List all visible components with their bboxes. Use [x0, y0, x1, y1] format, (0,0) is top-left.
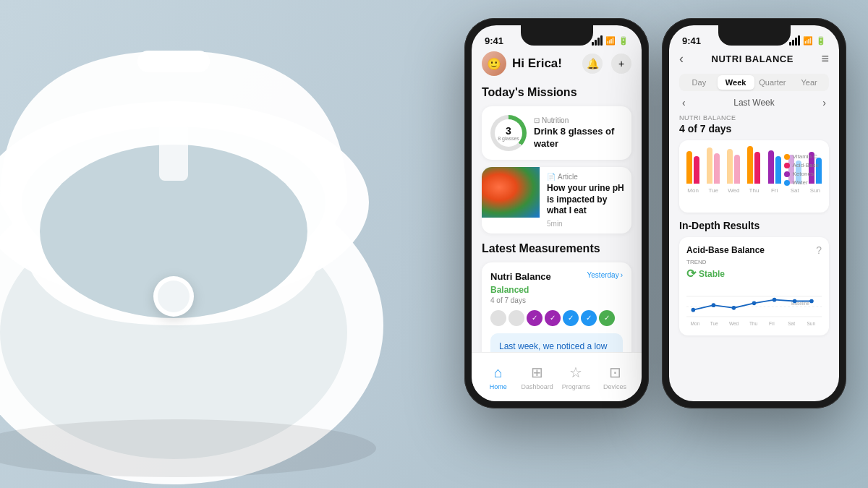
- day-sun: Sun: [810, 187, 820, 194]
- day-fri: Fri: [771, 187, 778, 194]
- home-header: 🙂 Hi Erica! 🔔 +: [482, 51, 631, 76]
- svg-text:Sun: Sun: [807, 321, 815, 326]
- signal-icon-2: [789, 35, 800, 46]
- article-time: 5min: [547, 220, 624, 228]
- article-card[interactable]: 📄 Article How your urine pH is impacted …: [482, 167, 631, 234]
- article-category: 📄 Article: [547, 173, 624, 181]
- svg-point-16: [692, 308, 696, 312]
- meas-days: 4 of 7 days: [490, 296, 623, 304]
- prev-week-button[interactable]: ‹: [682, 97, 686, 108]
- chart-col-fri: Fri: [767, 140, 783, 194]
- back-button[interactable]: ‹: [679, 51, 684, 67]
- meas-title: Nutri Balance: [490, 271, 551, 282]
- home-icon: ⌂: [494, 364, 503, 381]
- notch-1: [521, 25, 593, 46]
- tab-day[interactable]: Day: [681, 75, 718, 90]
- measurements-title: Latest Measurements: [482, 242, 631, 255]
- mission-category: ⊡ Nutrition: [534, 116, 623, 124]
- stable-icon: ⟳: [686, 267, 696, 281]
- svg-text:Fri: Fri: [769, 321, 775, 326]
- avatar: 🙂: [482, 51, 506, 76]
- battery-icon-1: 🔋: [618, 36, 629, 46]
- nutrition-icon: ⊡: [534, 116, 540, 124]
- notch-2: [718, 25, 791, 46]
- nav-devices[interactable]: ⊡ Devices: [595, 364, 634, 390]
- nav-devices-label: Devices: [603, 383, 626, 390]
- greeting-text: Hi Erica!: [512, 56, 562, 71]
- chart-col-wed: Wed: [726, 140, 741, 194]
- status-icons-1: 📶 🔋: [592, 35, 629, 46]
- trend-value: ⟳ Stable: [686, 267, 822, 281]
- dots-row: ✓ ✓ ✓ ✓ ✓: [490, 310, 623, 326]
- legend-vitaminc-label: Vitamin C: [793, 153, 818, 160]
- result-card-header: Acid-Base Balance ?: [686, 244, 822, 256]
- nutri-title: NUTRI BALANCE: [712, 53, 793, 64]
- svg-point-21: [793, 299, 797, 304]
- signal-icon-1: [592, 35, 603, 46]
- svg-point-19: [752, 301, 757, 306]
- menu-icon[interactable]: ≡: [821, 51, 829, 67]
- toilet-image: [0, 0, 405, 488]
- week-label: Last Week: [733, 98, 774, 108]
- svg-rect-8: [159, 123, 188, 181]
- chart-col-tue: Tue: [705, 140, 721, 194]
- legend-acidbase-label: Acid-Base: [793, 162, 819, 168]
- nav-dashboard[interactable]: ⊞ Dashboard: [518, 364, 557, 390]
- nav-home-label: Home: [490, 383, 507, 390]
- phone-1: 9:41 📶 🔋: [464, 18, 649, 408]
- legend-vitaminc: Vitamin C: [784, 153, 819, 160]
- nav-programs-label: Programs: [562, 383, 590, 390]
- status-time-2: 9:41: [682, 35, 701, 46]
- dot-3: ✓: [527, 310, 542, 326]
- day-sat: Sat: [791, 187, 799, 194]
- help-icon[interactable]: ?: [816, 244, 822, 256]
- dot-4: ✓: [545, 310, 561, 326]
- chart-bars: Mon Tue: [685, 147, 823, 205]
- meas-subtitle: Balanced: [490, 285, 623, 295]
- tab-week[interactable]: Week: [718, 75, 754, 90]
- phone-2-screen: 9:41 📶 🔋 ‹ NUTRI BALANCE: [669, 25, 839, 401]
- result-card-title: Acid-Base Balance: [686, 245, 765, 255]
- in-depth-title: In-Depth Results: [679, 220, 829, 231]
- chart-legend: Vitamin C Acid-Base Ketones: [784, 153, 819, 186]
- svg-text:Tue: Tue: [710, 321, 718, 326]
- svg-text:Mon: Mon: [691, 321, 700, 326]
- time-tabs: Day Week Quarter Year: [679, 74, 829, 91]
- dot-2: [509, 310, 524, 326]
- dashboard-icon: ⊞: [531, 364, 543, 381]
- nutri-days: 4 of 7 days: [679, 123, 829, 134]
- header-icons: 🔔 +: [582, 53, 631, 74]
- nutri-chart: Mon Tue: [679, 140, 829, 213]
- tab-quarter[interactable]: Quarter: [754, 75, 791, 90]
- dot-1: [490, 310, 506, 326]
- article-image: [482, 167, 540, 218]
- phone-1-content: 🙂 Hi Erica! 🔔 + Today's Missions: [472, 51, 642, 401]
- water-count: 3: [506, 126, 511, 136]
- phones-container: 9:41 📶 🔋: [464, 18, 846, 408]
- avatar-row: 🙂 Hi Erica!: [482, 51, 562, 76]
- article-body: 📄 Article How your urine pH is impacted …: [540, 167, 631, 234]
- wifi-icon-2: 📶: [803, 36, 813, 46]
- nav-programs[interactable]: ☆ Programs: [557, 364, 596, 390]
- legend-water-label: Water: [793, 179, 808, 186]
- svg-point-20: [773, 298, 777, 302]
- legend-water: Water: [784, 179, 819, 186]
- next-week-button[interactable]: ›: [822, 97, 826, 108]
- legend-ketones-label: Ketones: [793, 171, 814, 177]
- phone-1-scroll[interactable]: 🙂 Hi Erica! 🔔 + Today's Missions: [472, 51, 642, 401]
- add-icon[interactable]: +: [611, 53, 631, 74]
- phone-2-content: ‹ NUTRI BALANCE ≡ Day Week Quarter Year …: [669, 51, 839, 401]
- status-time-1: 9:41: [485, 35, 503, 46]
- bell-icon[interactable]: 🔔: [582, 53, 603, 74]
- phone-2: 9:41 📶 🔋 ‹ NUTRI BALANCE: [662, 18, 846, 408]
- battery-icon-2: 🔋: [816, 36, 826, 46]
- water-mission-card[interactable]: 3 8 glasses ⊡ Nutrition Drink 8 glasses …: [482, 106, 631, 160]
- day-wed: Wed: [728, 187, 739, 194]
- tab-year[interactable]: Year: [791, 75, 827, 90]
- water-progress-circle: 3 8 glasses: [490, 115, 527, 151]
- mini-chart: +1 -1 Baseline: [686, 285, 822, 328]
- day-thu: Thu: [749, 187, 760, 194]
- nutri-header: ‹ NUTRI BALANCE ≡: [679, 51, 829, 67]
- nav-home[interactable]: ⌂ Home: [479, 364, 518, 390]
- legend-acidbase: Acid-Base: [784, 162, 819, 168]
